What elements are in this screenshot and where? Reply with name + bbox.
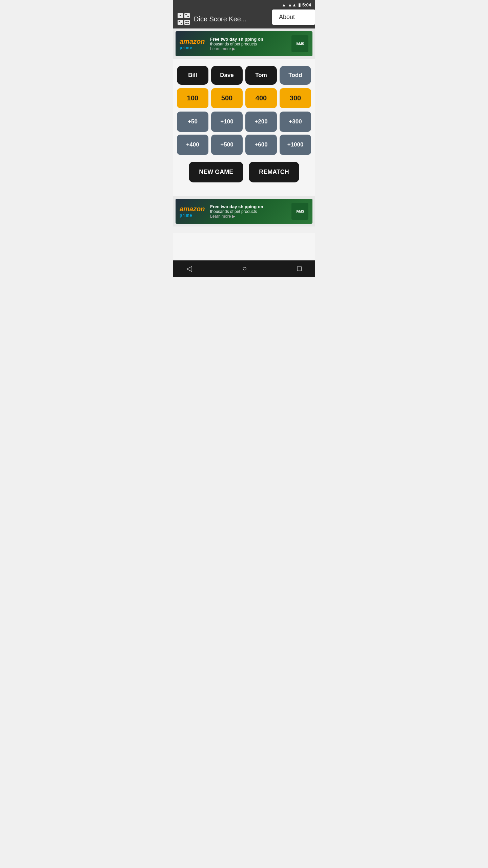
- score-bill[interactable]: 100: [177, 88, 208, 108]
- increment-100[interactable]: +100: [211, 112, 243, 132]
- prime-label: prime: [180, 45, 192, 50]
- iams-logo-bottom: IAMS: [291, 203, 308, 220]
- nav-bar: ◁ ○ □: [173, 260, 315, 277]
- wifi-icon: ▲: [282, 2, 286, 7]
- rematch-button[interactable]: REMATCH: [249, 162, 299, 182]
- score-todd[interactable]: 300: [280, 88, 311, 108]
- nav-back-button[interactable]: ◁: [186, 264, 192, 273]
- action-buttons: NEW GAME REMATCH: [177, 162, 311, 182]
- prime-label-bottom: prime: [180, 213, 192, 218]
- nav-recents-button[interactable]: □: [297, 264, 302, 273]
- increment-200[interactable]: +200: [245, 112, 277, 132]
- svg-rect-5: [178, 20, 183, 25]
- player-btn-dave[interactable]: Dave: [211, 66, 243, 85]
- svg-point-9: [185, 21, 187, 22]
- status-icons: ▲ ▲▲ ▮ 5:04: [282, 2, 311, 7]
- top-ad-banner[interactable]: amazon prime Free two day shipping on th…: [173, 28, 315, 59]
- increment-row-2: +400 +500 +600 +1000: [177, 135, 311, 155]
- bottom-spacer: [173, 233, 315, 260]
- player-btn-todd[interactable]: Todd: [280, 66, 311, 85]
- ad-content-top[interactable]: amazon prime Free two day shipping on th…: [176, 31, 312, 56]
- svg-point-10: [187, 21, 189, 22]
- increment-400[interactable]: +400: [177, 135, 208, 155]
- ad-line2: thousands of pet products: [210, 42, 291, 46]
- amazon-logo-area-bottom: amazon prime: [180, 205, 207, 218]
- svg-point-12: [187, 23, 189, 24]
- top-nav-bar: Dice Score Kee... About: [173, 9, 315, 28]
- about-dropdown[interactable]: About: [272, 9, 315, 25]
- player-names-row: Bill Dave Tom Todd: [177, 66, 311, 85]
- svg-point-7: [181, 23, 182, 24]
- ad-line1: Free two day shipping on: [210, 37, 291, 42]
- increment-row-1: +50 +100 +200 +300: [177, 112, 311, 132]
- app-icon: [177, 12, 190, 26]
- svg-point-11: [185, 23, 187, 24]
- svg-rect-2: [184, 13, 190, 18]
- increment-1000[interactable]: +1000: [280, 135, 311, 155]
- increment-600[interactable]: +600: [245, 135, 277, 155]
- player-btn-bill[interactable]: Bill: [177, 66, 208, 85]
- ad-content-bottom[interactable]: amazon prime Free two day shipping on th…: [176, 199, 312, 224]
- player-btn-tom[interactable]: Tom: [245, 66, 277, 85]
- amazon-wordmark: amazon: [180, 38, 205, 45]
- time-display: 5:04: [302, 2, 311, 7]
- battery-icon: ▮: [298, 2, 301, 7]
- main-content: Bill Dave Tom Todd 100 500 400 300 +50: [173, 59, 315, 196]
- ad-learn-more-bottom[interactable]: Learn more ▶: [210, 214, 291, 219]
- about-menu-label[interactable]: About: [279, 14, 295, 20]
- increment-300[interactable]: +300: [280, 112, 311, 132]
- iams-logo: IAMS: [291, 35, 308, 52]
- nav-home-button[interactable]: ○: [242, 264, 247, 273]
- status-bar: ▲ ▲▲ ▮ 5:04: [173, 0, 315, 9]
- increment-50[interactable]: +50: [177, 112, 208, 132]
- svg-point-6: [179, 21, 180, 22]
- ad-text-area-bottom: Free two day shipping on thousands of pe…: [210, 204, 291, 219]
- score-dave[interactable]: 500: [211, 88, 243, 108]
- ad-line2-bottom: thousands of pet products: [210, 209, 291, 214]
- amazon-logo-area: amazon prime: [180, 38, 207, 50]
- ad-learn-more[interactable]: Learn more ▶: [210, 46, 291, 51]
- svg-point-4: [187, 16, 189, 17]
- increment-500[interactable]: +500: [211, 135, 243, 155]
- score-display-row: 100 500 400 300: [177, 88, 311, 108]
- svg-point-3: [185, 14, 187, 15]
- new-game-button[interactable]: NEW GAME: [189, 162, 243, 182]
- svg-point-1: [180, 15, 181, 16]
- bottom-ad-banner[interactable]: amazon prime Free two day shipping on th…: [173, 196, 315, 226]
- signal-icon: ▲▲: [288, 2, 297, 7]
- ad-line1-bottom: Free two day shipping on: [210, 204, 291, 209]
- svg-rect-8: [184, 20, 190, 25]
- score-tom[interactable]: 400: [245, 88, 277, 108]
- amazon-wordmark-bottom: amazon: [180, 205, 205, 213]
- ad-text-area: Free two day shipping on thousands of pe…: [210, 37, 291, 51]
